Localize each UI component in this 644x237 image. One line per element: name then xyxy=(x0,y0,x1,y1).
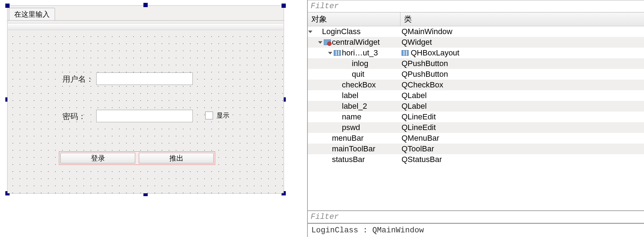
expand-icon[interactable] xyxy=(308,29,313,34)
tree-row[interactable]: label_2QLabel xyxy=(308,101,644,112)
class-name: QMainWindow xyxy=(402,27,452,36)
object-name: mainToolBar xyxy=(332,144,375,153)
layout-icon xyxy=(402,50,409,56)
widget-icon xyxy=(324,39,331,45)
class-name: QLabel xyxy=(402,91,427,100)
class-name: QMenuBar xyxy=(402,134,439,143)
tree-row[interactable]: mainToolBarQToolBar xyxy=(308,144,644,154)
expand-spacer xyxy=(328,104,333,109)
object-tree-body[interactable]: LoginClassQMainWindowcentralWidgetQWidge… xyxy=(308,26,644,210)
class-name: QLineEdit xyxy=(402,123,436,132)
show-password-checkbox[interactable]: 显示 xyxy=(205,111,229,120)
form-canvas[interactable]: 在这里输入 用户名： 密码： 显示 登录 推出 xyxy=(7,5,284,194)
tree-row[interactable]: labelQLabel xyxy=(308,90,644,101)
class-name: QHBoxLayout xyxy=(411,48,459,58)
form-designer-pane: 在这里输入 用户名： 密码： 显示 登录 推出 xyxy=(0,0,295,237)
tab-bar: 在这里输入 xyxy=(7,6,284,21)
class-name: QWidget xyxy=(402,38,432,47)
object-name: name xyxy=(342,112,361,122)
class-name: QPushButton xyxy=(402,59,448,68)
expand-icon[interactable] xyxy=(328,50,333,55)
expand-spacer xyxy=(328,93,333,98)
object-name: menuBar xyxy=(332,134,364,143)
quit-button[interactable]: 推出 xyxy=(139,153,214,163)
password-input[interactable] xyxy=(96,110,193,122)
object-tree-header: 对象 类 xyxy=(308,12,644,26)
property-filter-input[interactable]: Filter xyxy=(308,210,644,223)
object-inspector-pane: Filter 对象 类 LoginClassQMainWindowcentral… xyxy=(307,0,644,237)
tree-row[interactable]: quitQPushButton xyxy=(308,69,644,80)
expand-spacer xyxy=(328,125,333,130)
expand-spacer xyxy=(318,136,323,141)
checkbox-box-icon xyxy=(205,112,213,119)
toolbar-strip xyxy=(8,23,283,30)
object-name: centralWidget xyxy=(332,38,380,47)
header-object-col[interactable]: 对象 xyxy=(308,12,400,26)
login-button[interactable]: 登录 xyxy=(60,153,135,163)
layout-icon xyxy=(334,50,341,56)
class-name: QLabel xyxy=(402,102,427,111)
tree-row[interactable]: LoginClassQMainWindow xyxy=(308,26,644,37)
tab-active[interactable]: 在这里输入 xyxy=(9,8,55,21)
password-label: 密码： xyxy=(62,111,86,122)
object-name: inlog xyxy=(352,59,368,68)
object-name: label_2 xyxy=(342,102,367,111)
form-grid-area[interactable]: 用户名： 密码： 显示 登录 推出 xyxy=(7,31,284,193)
expand-spacer xyxy=(328,114,333,119)
tree-row[interactable]: inlogQPushButton xyxy=(308,58,644,69)
header-class-col[interactable]: 类 xyxy=(400,12,644,26)
expand-spacer xyxy=(318,157,323,162)
checkbox-label: 显示 xyxy=(217,111,229,120)
tree-row[interactable]: pswdQLineEdit xyxy=(308,122,644,133)
expand-spacer xyxy=(338,61,343,66)
tree-row[interactable]: hori…ut_3QHBoxLayout xyxy=(308,48,644,58)
object-filter-input[interactable]: Filter xyxy=(308,0,644,12)
tree-row[interactable]: statusBarQStatusBar xyxy=(308,154,644,165)
class-name: QStatusBar xyxy=(402,155,442,164)
username-label: 用户名： xyxy=(62,74,94,85)
username-input[interactable] xyxy=(96,72,193,85)
status-line: LoginClass : QMainWindow xyxy=(308,223,644,237)
class-name: QCheckBox xyxy=(402,80,443,90)
tab-underline xyxy=(7,20,284,22)
class-name: QLineEdit xyxy=(402,112,436,122)
object-name: checkBox xyxy=(342,80,376,90)
expand-spacer xyxy=(338,72,343,77)
expand-spacer xyxy=(318,146,323,151)
class-name: QToolBar xyxy=(402,144,434,153)
class-name: QPushButton xyxy=(402,70,448,79)
object-name: label xyxy=(342,91,358,100)
tree-row[interactable]: menuBarQMenuBar xyxy=(308,133,644,144)
button-layout-selected[interactable]: 登录 推出 xyxy=(59,151,215,165)
object-name: pswd xyxy=(342,123,360,132)
object-name: hori…ut_3 xyxy=(342,48,378,58)
object-name: LoginClass xyxy=(322,27,361,36)
object-name: quit xyxy=(352,70,364,79)
expand-icon[interactable] xyxy=(318,40,323,45)
object-name: statusBar xyxy=(332,155,365,164)
tree-row[interactable]: checkBoxQCheckBox xyxy=(308,80,644,90)
expand-spacer xyxy=(328,82,333,87)
tree-row[interactable]: nameQLineEdit xyxy=(308,112,644,122)
tree-row[interactable]: centralWidgetQWidget xyxy=(308,37,644,48)
